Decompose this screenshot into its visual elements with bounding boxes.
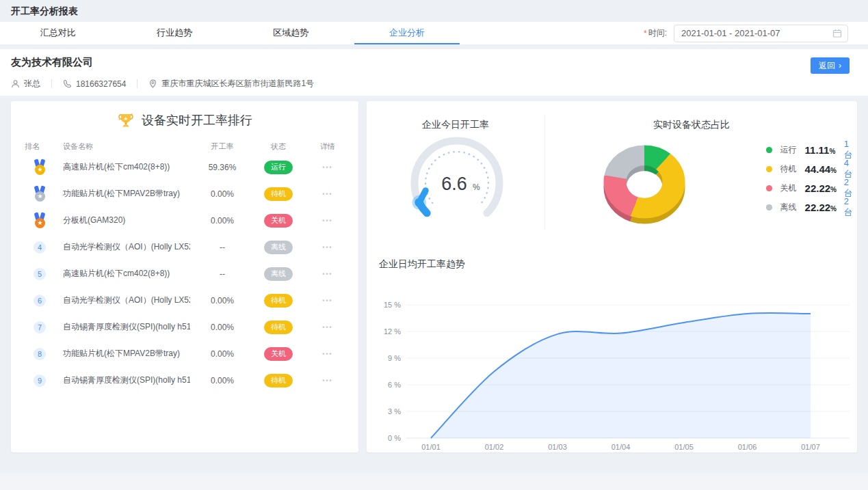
status-badge: 关机 bbox=[264, 214, 293, 227]
date-range-value: 2021-01-01 - 2021-01-07 bbox=[681, 28, 832, 38]
table-row[interactable]: 5 高速贴片机(松下cm402(8+8)) -- 离线 ••• bbox=[11, 260, 358, 287]
footer-strip bbox=[0, 473, 868, 490]
status-badge: 运行 bbox=[264, 161, 293, 174]
svg-text:★: ★ bbox=[124, 116, 128, 121]
col-detail: 详情 bbox=[311, 141, 345, 152]
y-tick-label: 6 % bbox=[388, 381, 401, 389]
table-body: ★ 高速贴片机(松下cm402(8+8)) 59.36% 运行 ••• ★ 功能… bbox=[11, 154, 358, 394]
rank-cell: 6 bbox=[25, 295, 55, 307]
x-tick-label: 01/05 bbox=[674, 443, 694, 451]
y-tick-label: 0 % bbox=[388, 434, 401, 442]
y-tick-label: 3 % bbox=[388, 407, 401, 416]
date-range-input[interactable]: 2021-01-01 - 2021-01-07 bbox=[674, 25, 848, 42]
status-badge: 离线 bbox=[264, 267, 293, 280]
donut-legend: 运行 11.11% 1台 待机 44.44% 4台 关机 22.22% 2台 离… bbox=[766, 144, 857, 214]
ranking-title: 设备实时开工率排行 bbox=[142, 112, 252, 128]
calendar-icon[interactable] bbox=[832, 29, 842, 38]
table-row[interactable]: ★ 功能贴片机(松下MPAV2B带tray) 0.00% 待机 ••• bbox=[11, 180, 358, 207]
table-row[interactable]: ★ 高速贴片机(松下cm402(8+8)) 59.36% 运行 ••• bbox=[11, 154, 358, 180]
detail-dots-button[interactable]: ••• bbox=[311, 377, 345, 384]
status-badge: 待机 bbox=[264, 294, 293, 307]
legend-label: 离线 bbox=[780, 202, 805, 213]
legend-dot-icon bbox=[766, 166, 772, 172]
legend-item[interactable]: 待机 44.44% 4台 bbox=[766, 163, 857, 176]
today-rate-gauge: 6.6% bbox=[399, 128, 515, 237]
rate-value: -- bbox=[198, 243, 246, 252]
person-icon bbox=[11, 79, 20, 88]
rate-value: 0.00% bbox=[198, 216, 246, 226]
detail-dots-button[interactable]: ••• bbox=[311, 191, 345, 198]
x-tick-label: 01/03 bbox=[548, 443, 567, 451]
detail-dots-button[interactable]: ••• bbox=[311, 217, 345, 224]
x-tick-label: 01/06 bbox=[738, 443, 757, 451]
table-row[interactable]: ★ 分板机(GAM320) 0.00% 关机 ••• bbox=[11, 207, 358, 234]
status-badge: 待机 bbox=[264, 321, 293, 334]
tab-企业分析[interactable]: 企业分析 bbox=[349, 22, 465, 44]
col-name: 设备名称 bbox=[63, 141, 190, 152]
rank-cell: 7 bbox=[25, 321, 55, 334]
status-donut-chart bbox=[593, 135, 696, 234]
donut-top bbox=[615, 155, 674, 208]
tabs: 汇总对比行业趋势区域趋势企业分析 bbox=[0, 22, 465, 44]
x-tick-label: 01/04 bbox=[611, 443, 631, 451]
rank-cell: 5 bbox=[25, 268, 55, 280]
date-filter: * 时间: 2021-01-01 - 2021-01-07 bbox=[644, 25, 848, 42]
device-ranking-card: ★ 设备实时开工率排行 排名 设备名称 开工率 状态 详情 ★ 高速贴片机(松下… bbox=[11, 101, 358, 452]
date-filter-label: 时间: bbox=[648, 27, 667, 39]
company-name: 友为技术有限公司 bbox=[11, 56, 93, 69]
legend-dot-icon bbox=[766, 185, 772, 191]
status-cell: 关机 bbox=[254, 213, 302, 227]
legend-percent: 44.44% bbox=[805, 163, 839, 175]
status-cell: 待机 bbox=[254, 373, 302, 387]
tab-bar: 汇总对比行业趋势区域趋势企业分析 * 时间: 2021-01-01 - 2021… bbox=[0, 22, 868, 44]
legend-item[interactable]: 离线 22.22% 2台 bbox=[766, 201, 857, 214]
trophy-icon: ★ bbox=[117, 111, 135, 129]
company-contact-row: 张总 18166327654 重庆市重庆城区长寿区新市街道新民路1号 bbox=[11, 78, 314, 90]
detail-dots-button[interactable]: ••• bbox=[311, 164, 345, 171]
table-row[interactable]: 4 自动光学检测仪（AOI）(Holly LX520iL) -- 离线 ••• bbox=[11, 234, 358, 260]
company-bar: 友为技术有限公司 张总 18166327654 重庆市重庆城区长寿区新市街道新民… bbox=[0, 49, 868, 96]
rate-value: 59.36% bbox=[198, 163, 246, 172]
table-row[interactable]: 9 自动锡膏厚度检测仪(SPI)(holly h510) 0.00% 待机 ••… bbox=[11, 367, 358, 394]
col-rank: 排名 bbox=[25, 141, 55, 152]
legend-percent: 22.22% bbox=[805, 182, 839, 194]
tab-行业趋势[interactable]: 行业趋势 bbox=[116, 22, 233, 44]
legend-item[interactable]: 关机 22.22% 2台 bbox=[766, 182, 857, 195]
status-badge: 关机 bbox=[264, 347, 293, 360]
required-mark: * bbox=[644, 29, 647, 38]
table-row[interactable]: 6 自动光学检测仪（AOI）(Holly LX520iL) 0.00% 待机 •… bbox=[11, 287, 358, 314]
detail-dots-button[interactable]: ••• bbox=[311, 351, 345, 357]
contact-phone: 18166327654 bbox=[63, 79, 126, 89]
rank-badge: 6 bbox=[34, 295, 46, 307]
status-badge: 待机 bbox=[264, 374, 293, 387]
back-button[interactable]: 返回 › bbox=[811, 57, 850, 74]
detail-dots-button[interactable]: ••• bbox=[311, 244, 345, 251]
trend-svg: 0 %3 %6 %9 %12 %15 %01/0101/0201/0301/04… bbox=[376, 290, 852, 451]
trend-title: 企业日均开工率趋势 bbox=[379, 258, 465, 271]
tab-区域趋势[interactable]: 区域趋势 bbox=[233, 22, 349, 44]
legend-item[interactable]: 运行 11.11% 1台 bbox=[766, 144, 857, 156]
gauge-unit: % bbox=[473, 182, 480, 192]
table-row[interactable]: 8 功能贴片机(松下MPAV2B带tray) 0.00% 关机 ••• bbox=[11, 340, 358, 367]
rank-cell: 9 bbox=[25, 375, 55, 387]
table-row[interactable]: 7 自动锡膏厚度检测仪(SPI)(holly h510) 0.00% 待机 ••… bbox=[11, 314, 358, 340]
tab-汇总对比[interactable]: 汇总对比 bbox=[0, 22, 116, 44]
contact-person: 张总 bbox=[11, 78, 40, 90]
phone-icon bbox=[63, 79, 72, 88]
detail-dots-button[interactable]: ••• bbox=[311, 297, 345, 304]
device-name: 功能贴片机(松下MPAV2B带tray) bbox=[63, 188, 190, 200]
chevron-right-icon: › bbox=[839, 61, 841, 70]
detail-dots-button[interactable]: ••• bbox=[311, 324, 345, 331]
contact-address: 重庆市重庆城区长寿区新市街道新民路1号 bbox=[148, 78, 314, 90]
rank-badge: 8 bbox=[34, 348, 46, 360]
divider bbox=[51, 79, 52, 88]
legend-count[interactable]: 2台 bbox=[844, 196, 857, 219]
rank-badge: 5 bbox=[34, 268, 46, 280]
rate-value: 0.00% bbox=[198, 296, 246, 305]
page-title: 开工率分析报表 bbox=[11, 5, 78, 18]
gauge-knob bbox=[415, 198, 423, 207]
rank-cell: 8 bbox=[25, 348, 55, 360]
status-cell: 待机 bbox=[254, 320, 302, 334]
detail-dots-button[interactable]: ••• bbox=[311, 271, 345, 277]
status-cell: 运行 bbox=[254, 160, 302, 174]
